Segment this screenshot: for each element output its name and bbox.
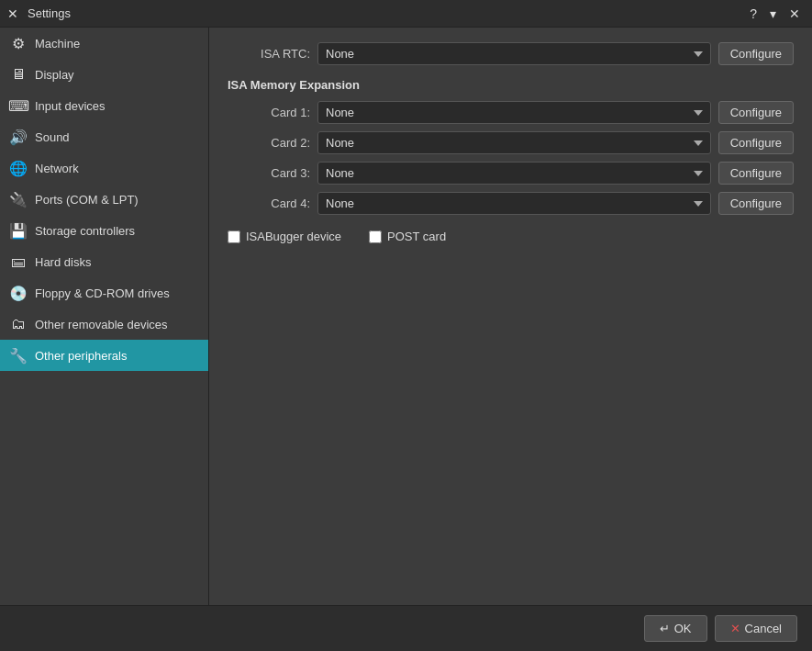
- sidebar-icon-floppy-cdrom: 💿: [9, 284, 28, 302]
- sidebar-item-machine[interactable]: ⚙Machine: [0, 28, 208, 59]
- sidebar: ⚙Machine🖥Display⌨Input devices🔊Sound🌐Net…: [0, 28, 209, 605]
- sidebar-item-storage-controllers[interactable]: 💾Storage controllers: [0, 215, 208, 246]
- sidebar-label-network: Network: [35, 162, 79, 175]
- sidebar-item-floppy-cdrom[interactable]: 💿Floppy & CD-ROM drives: [0, 277, 208, 309]
- card-2-configure-button[interactable]: Configure: [718, 131, 794, 154]
- sidebar-label-other-peripherals: Other peripherals: [35, 349, 127, 363]
- sidebar-label-hard-disks: Hard disks: [35, 255, 91, 269]
- cancel-icon: ✕: [730, 622, 740, 635]
- isabugger-checkbox-item[interactable]: ISABugger device: [228, 230, 341, 243]
- titlebar-left: ✕ Settings: [7, 6, 71, 21]
- isabugger-label: ISABugger device: [246, 230, 341, 243]
- post-card-label: POST card: [387, 230, 446, 243]
- close-button[interactable]: ✕: [784, 5, 805, 23]
- ok-button[interactable]: ↵ OK: [644, 615, 707, 642]
- sidebar-label-floppy-cdrom: Floppy & CD-ROM drives: [35, 286, 170, 300]
- sidebar-label-ports: Ports (COM & LPT): [35, 193, 139, 207]
- card-3-configure-button[interactable]: Configure: [718, 162, 794, 185]
- sidebar-icon-storage-controllers: 💾: [9, 221, 28, 240]
- sidebar-label-display: Display: [35, 68, 74, 82]
- sidebar-item-removable-devices[interactable]: 🗂Other removable devices: [0, 309, 208, 340]
- card-4-label: Card 4:: [228, 196, 310, 210]
- sidebar-icon-input-devices: ⌨: [9, 96, 28, 115]
- isa-rtc-configure-button[interactable]: Configure: [718, 42, 794, 65]
- cancel-button[interactable]: ✕ Cancel: [715, 615, 797, 642]
- sidebar-icon-sound: 🔊: [9, 128, 28, 146]
- sidebar-label-removable-devices: Other removable devices: [35, 318, 168, 331]
- post-card-checkbox-item[interactable]: POST card: [369, 230, 446, 243]
- app-icon: ✕: [7, 6, 22, 21]
- ok-label: OK: [674, 622, 692, 635]
- card-3-label: Card 3:: [228, 166, 310, 180]
- sidebar-label-sound: Sound: [35, 130, 70, 144]
- sidebar-icon-removable-devices: 🗂: [9, 315, 28, 333]
- isabugger-checkbox[interactable]: [228, 230, 240, 243]
- sidebar-item-hard-disks[interactable]: 🖴Hard disks: [0, 246, 208, 277]
- card-4-row: Card 4: None Configure: [228, 192, 794, 215]
- isa-rtc-label: ISA RTC:: [228, 47, 310, 61]
- card-2-row: Card 2: None Configure: [228, 131, 794, 154]
- sidebar-item-other-peripherals[interactable]: 🔧Other peripherals: [0, 340, 208, 371]
- sidebar-icon-machine: ⚙: [9, 34, 28, 52]
- sidebar-label-storage-controllers: Storage controllers: [35, 224, 135, 238]
- isa-rtc-select[interactable]: None: [317, 42, 711, 65]
- card-2-label: Card 2:: [228, 136, 310, 150]
- card-1-select[interactable]: None: [317, 101, 711, 124]
- card-1-label: Card 1:: [228, 106, 310, 119]
- sidebar-icon-ports: 🔌: [9, 190, 28, 208]
- card-3-row: Card 3: None Configure: [228, 162, 794, 185]
- sidebar-label-machine: Machine: [35, 37, 80, 51]
- sidebar-icon-network: 🌐: [9, 159, 28, 177]
- card-2-select[interactable]: None: [317, 131, 711, 154]
- card-3-select[interactable]: None: [317, 162, 711, 185]
- help-button[interactable]: ?: [745, 5, 762, 23]
- sidebar-item-input-devices[interactable]: ⌨Input devices: [0, 90, 208, 121]
- sidebar-icon-display: 🖥: [9, 65, 28, 84]
- sidebar-item-sound[interactable]: 🔊Sound: [0, 121, 208, 152]
- titlebar-controls: ? ▾ ✕: [745, 5, 805, 23]
- main-container: ⚙Machine🖥Display⌨Input devices🔊Sound🌐Net…: [0, 28, 812, 605]
- sidebar-item-ports[interactable]: 🔌Ports (COM & LPT): [0, 184, 208, 215]
- isa-memory-title: ISA Memory Expansion: [228, 78, 794, 92]
- ok-icon: ↵: [660, 622, 670, 635]
- checkbox-row: ISABugger device POST card: [228, 230, 794, 243]
- card-1-configure-button[interactable]: Configure: [718, 101, 794, 124]
- sidebar-icon-hard-disks: 🖴: [9, 253, 28, 271]
- window-title: Settings: [28, 6, 71, 20]
- sidebar-label-input-devices: Input devices: [35, 99, 106, 113]
- isa-rtc-row: ISA RTC: None Configure: [228, 42, 794, 65]
- card-4-configure-button[interactable]: Configure: [718, 192, 794, 215]
- content-area: ISA RTC: None Configure ISA Memory Expan…: [209, 28, 812, 605]
- cancel-label: Cancel: [745, 622, 782, 635]
- sidebar-item-display[interactable]: 🖥Display: [0, 59, 208, 90]
- sidebar-icon-other-peripherals: 🔧: [9, 346, 28, 365]
- sidebar-item-network[interactable]: 🌐Network: [0, 152, 208, 184]
- post-card-checkbox[interactable]: [369, 230, 382, 243]
- bottom-bar: ↵ OK ✕ Cancel: [0, 605, 812, 651]
- minimize-button[interactable]: ▾: [765, 5, 781, 23]
- card-rows: Card 1: None Configure Card 2: None Conf…: [228, 101, 794, 215]
- card-1-row: Card 1: None Configure: [228, 101, 794, 124]
- card-4-select[interactable]: None: [317, 192, 711, 215]
- titlebar: ✕ Settings ? ▾ ✕: [0, 0, 812, 28]
